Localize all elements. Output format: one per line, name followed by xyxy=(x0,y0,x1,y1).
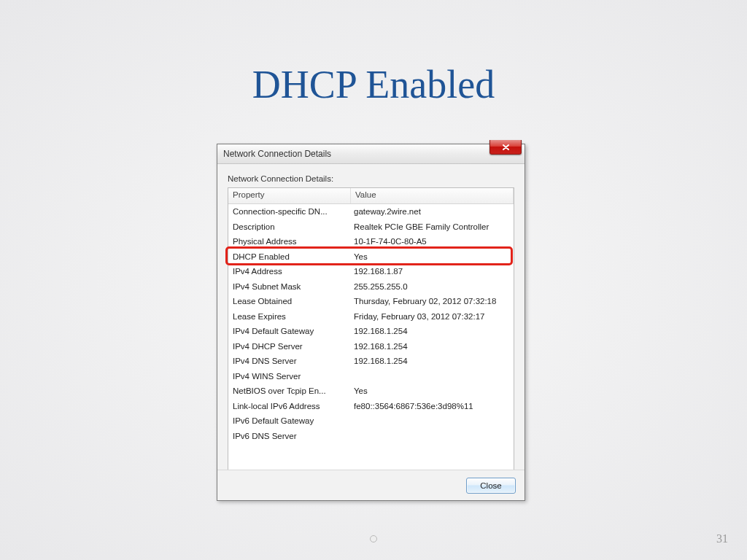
table-row[interactable]: IPv6 DNS Server xyxy=(228,429,514,444)
table-row[interactable]: IPv4 Address192.168.1.87 xyxy=(228,264,514,279)
details-listview[interactable]: Property Value Connection-specific DN...… xyxy=(228,187,514,470)
network-details-dialog: Network Connection Details Network Conne… xyxy=(217,144,525,501)
body-label: Network Connection Details: xyxy=(228,174,514,183)
table-row[interactable]: IPv4 DNS Server192.168.1.254 xyxy=(228,354,514,369)
nav-indicator-icon xyxy=(370,535,377,542)
slide-title: DHCP Enabled xyxy=(0,62,747,107)
dialog-title: Network Connection Details xyxy=(223,149,331,159)
table-row[interactable]: IPv4 Subnet Mask255.255.255.0 xyxy=(228,279,514,295)
dialog-footer: Close xyxy=(217,470,525,500)
table-row[interactable]: Lease ObtainedThursday, February 02, 201… xyxy=(228,294,514,309)
titlebar: Network Connection Details xyxy=(217,144,525,164)
table-row[interactable]: NetBIOS over Tcpip En...Yes xyxy=(228,384,514,399)
col-property[interactable]: Property xyxy=(228,188,351,203)
table-row[interactable]: DHCP EnabledYes xyxy=(228,249,514,265)
table-row[interactable]: IPv4 Default Gateway192.168.1.254 xyxy=(228,324,514,339)
col-value[interactable]: Value xyxy=(351,188,514,203)
listview-header: Property Value xyxy=(228,188,514,204)
table-row[interactable]: IPv4 WINS Server xyxy=(228,369,514,384)
dialog-body: Network Connection Details: Property Val… xyxy=(217,164,525,476)
window-close-button[interactable] xyxy=(489,140,522,155)
table-row[interactable]: DescriptionRealtek PCIe GBE Family Contr… xyxy=(228,219,514,235)
table-row[interactable]: IPv4 DHCP Server192.168.1.254 xyxy=(228,339,514,354)
table-row[interactable]: Connection-specific DN...gateway.2wire.n… xyxy=(228,204,514,219)
close-button[interactable]: Close xyxy=(466,478,516,494)
close-icon xyxy=(502,144,510,151)
table-row[interactable]: Lease ExpiresFriday, February 03, 2012 0… xyxy=(228,309,514,324)
table-row[interactable]: Physical Address10-1F-74-0C-80-A5 xyxy=(228,234,514,249)
table-row[interactable]: IPv6 Default Gateway xyxy=(228,413,514,429)
slide-number: 31 xyxy=(716,532,728,545)
table-row[interactable]: Link-local IPv6 Addressfe80::3564:6867:5… xyxy=(228,399,514,414)
listview-rows: Connection-specific DN...gateway.2wire.n… xyxy=(228,204,514,443)
